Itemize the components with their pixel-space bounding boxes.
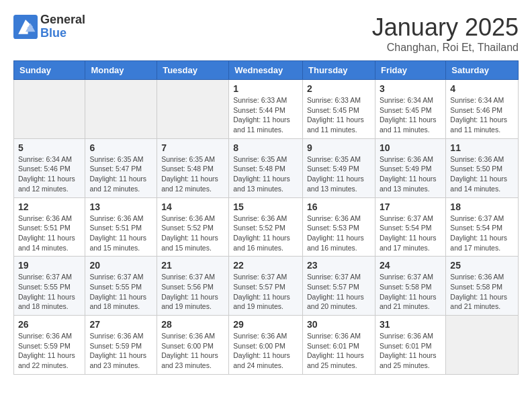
calendar-cell: 6Sunrise: 6:35 AM Sunset: 5:47 PM Daylig… bbox=[85, 138, 157, 197]
calendar-cell: 17Sunrise: 6:37 AM Sunset: 5:54 PM Dayli… bbox=[375, 197, 445, 257]
logo-blue: Blue bbox=[40, 27, 85, 40]
day-number: 4 bbox=[450, 83, 514, 94]
calendar-cell: 18Sunrise: 6:37 AM Sunset: 5:54 PM Dayli… bbox=[446, 197, 519, 257]
title-block: January 2025 Changhan, Roi Et, Thailand bbox=[372, 13, 519, 54]
day-number: 2 bbox=[307, 83, 371, 94]
day-number: 12 bbox=[18, 201, 81, 212]
calendar-cell bbox=[14, 80, 85, 139]
day-info: Sunrise: 6:37 AM Sunset: 5:56 PM Dayligh… bbox=[161, 272, 224, 312]
calendar-cell: 7Sunrise: 6:35 AM Sunset: 5:48 PM Daylig… bbox=[157, 138, 229, 197]
calendar-cell: 29Sunrise: 6:36 AM Sunset: 6:00 PM Dayli… bbox=[229, 316, 303, 375]
day-number: 23 bbox=[307, 260, 371, 271]
day-number: 17 bbox=[380, 201, 441, 212]
calendar-cell: 21Sunrise: 6:37 AM Sunset: 5:56 PM Dayli… bbox=[157, 257, 229, 316]
calendar-header-row: SundayMondayTuesdayWednesdayThursdayFrid… bbox=[14, 61, 519, 80]
day-number: 14 bbox=[161, 201, 224, 212]
day-info: Sunrise: 6:35 AM Sunset: 5:48 PM Dayligh… bbox=[161, 154, 224, 194]
calendar-day-header: Thursday bbox=[303, 61, 375, 80]
day-number: 11 bbox=[450, 142, 514, 153]
calendar-cell: 20Sunrise: 6:37 AM Sunset: 5:55 PM Dayli… bbox=[85, 257, 157, 316]
calendar-table: SundayMondayTuesdayWednesdayThursdayFrid… bbox=[13, 60, 519, 375]
day-number: 1 bbox=[233, 83, 298, 94]
day-number: 8 bbox=[233, 142, 298, 153]
calendar-cell bbox=[85, 80, 157, 139]
calendar-week-row: 19Sunrise: 6:37 AM Sunset: 5:55 PM Dayli… bbox=[14, 257, 519, 316]
calendar-week-row: 5Sunrise: 6:34 AM Sunset: 5:46 PM Daylig… bbox=[14, 138, 519, 197]
day-number: 24 bbox=[380, 260, 441, 271]
day-number: 7 bbox=[161, 142, 224, 153]
calendar-cell: 4Sunrise: 6:34 AM Sunset: 5:46 PM Daylig… bbox=[446, 80, 519, 139]
day-info: Sunrise: 6:36 AM Sunset: 5:51 PM Dayligh… bbox=[89, 214, 152, 253]
day-info: Sunrise: 6:35 AM Sunset: 5:48 PM Dayligh… bbox=[233, 154, 298, 194]
day-info: Sunrise: 6:34 AM Sunset: 5:46 PM Dayligh… bbox=[18, 154, 81, 194]
day-info: Sunrise: 6:37 AM Sunset: 5:54 PM Dayligh… bbox=[380, 214, 441, 253]
day-info: Sunrise: 6:36 AM Sunset: 6:01 PM Dayligh… bbox=[380, 331, 441, 371]
day-number: 20 bbox=[89, 260, 152, 271]
day-number: 3 bbox=[380, 83, 441, 94]
calendar-day-header: Monday bbox=[85, 61, 157, 80]
calendar-cell bbox=[157, 80, 229, 139]
day-number: 10 bbox=[380, 142, 441, 153]
calendar-cell: 3Sunrise: 6:34 AM Sunset: 5:45 PM Daylig… bbox=[375, 80, 445, 139]
logo-icon bbox=[13, 15, 38, 39]
calendar-day-header: Sunday bbox=[14, 61, 85, 80]
day-number: 16 bbox=[307, 201, 371, 212]
logo-text: General Blue bbox=[40, 13, 85, 40]
day-number: 28 bbox=[161, 319, 224, 330]
calendar-cell: 26Sunrise: 6:36 AM Sunset: 5:59 PM Dayli… bbox=[14, 316, 85, 375]
day-info: Sunrise: 6:36 AM Sunset: 5:50 PM Dayligh… bbox=[450, 154, 514, 194]
day-number: 29 bbox=[233, 319, 298, 330]
day-number: 15 bbox=[233, 201, 298, 212]
day-info: Sunrise: 6:37 AM Sunset: 5:54 PM Dayligh… bbox=[450, 214, 514, 253]
day-number: 26 bbox=[18, 319, 81, 330]
day-number: 13 bbox=[89, 201, 152, 212]
day-number: 6 bbox=[89, 142, 152, 153]
day-info: Sunrise: 6:37 AM Sunset: 5:57 PM Dayligh… bbox=[233, 272, 298, 312]
calendar-cell: 24Sunrise: 6:37 AM Sunset: 5:58 PM Dayli… bbox=[375, 257, 445, 316]
day-info: Sunrise: 6:37 AM Sunset: 5:55 PM Dayligh… bbox=[18, 272, 81, 312]
day-info: Sunrise: 6:37 AM Sunset: 5:57 PM Dayligh… bbox=[307, 272, 371, 312]
day-info: Sunrise: 6:36 AM Sunset: 5:52 PM Dayligh… bbox=[161, 214, 224, 253]
calendar-cell: 30Sunrise: 6:36 AM Sunset: 6:01 PM Dayli… bbox=[303, 316, 375, 375]
day-info: Sunrise: 6:36 AM Sunset: 5:49 PM Dayligh… bbox=[380, 154, 441, 194]
calendar-cell bbox=[446, 316, 519, 375]
calendar-day-header: Saturday bbox=[446, 61, 519, 80]
calendar-cell: 2Sunrise: 6:33 AM Sunset: 5:45 PM Daylig… bbox=[303, 80, 375, 139]
day-info: Sunrise: 6:35 AM Sunset: 5:47 PM Dayligh… bbox=[89, 154, 152, 194]
day-info: Sunrise: 6:36 AM Sunset: 5:58 PM Dayligh… bbox=[450, 272, 514, 312]
page-header: General Blue January 2025 Changhan, Roi … bbox=[13, 13, 519, 54]
day-number: 18 bbox=[450, 201, 514, 212]
day-info: Sunrise: 6:37 AM Sunset: 5:55 PM Dayligh… bbox=[89, 272, 152, 312]
calendar-cell: 12Sunrise: 6:36 AM Sunset: 5:51 PM Dayli… bbox=[14, 197, 85, 257]
day-info: Sunrise: 6:36 AM Sunset: 5:59 PM Dayligh… bbox=[18, 331, 81, 371]
day-number: 9 bbox=[307, 142, 371, 153]
calendar-cell: 31Sunrise: 6:36 AM Sunset: 6:01 PM Dayli… bbox=[375, 316, 445, 375]
calendar-cell: 27Sunrise: 6:36 AM Sunset: 5:59 PM Dayli… bbox=[85, 316, 157, 375]
logo-general: General bbox=[40, 13, 85, 27]
month-title: January 2025 bbox=[372, 13, 519, 42]
day-number: 30 bbox=[307, 319, 371, 330]
day-info: Sunrise: 6:34 AM Sunset: 5:45 PM Dayligh… bbox=[380, 95, 441, 135]
day-info: Sunrise: 6:34 AM Sunset: 5:46 PM Dayligh… bbox=[450, 95, 514, 135]
calendar-cell: 22Sunrise: 6:37 AM Sunset: 5:57 PM Dayli… bbox=[229, 257, 303, 316]
day-info: Sunrise: 6:33 AM Sunset: 5:45 PM Dayligh… bbox=[307, 95, 371, 135]
day-info: Sunrise: 6:36 AM Sunset: 5:51 PM Dayligh… bbox=[18, 214, 81, 253]
day-number: 25 bbox=[450, 260, 514, 271]
calendar-cell: 16Sunrise: 6:36 AM Sunset: 5:53 PM Dayli… bbox=[303, 197, 375, 257]
calendar-cell: 13Sunrise: 6:36 AM Sunset: 5:51 PM Dayli… bbox=[85, 197, 157, 257]
day-number: 27 bbox=[89, 319, 152, 330]
calendar-week-row: 26Sunrise: 6:36 AM Sunset: 5:59 PM Dayli… bbox=[14, 316, 519, 375]
day-number: 31 bbox=[380, 319, 441, 330]
day-number: 19 bbox=[18, 260, 81, 271]
day-info: Sunrise: 6:36 AM Sunset: 5:53 PM Dayligh… bbox=[307, 214, 371, 253]
calendar-cell: 19Sunrise: 6:37 AM Sunset: 5:55 PM Dayli… bbox=[14, 257, 85, 316]
day-info: Sunrise: 6:36 AM Sunset: 5:59 PM Dayligh… bbox=[89, 331, 152, 371]
calendar-day-header: Friday bbox=[375, 61, 445, 80]
calendar-day-header: Wednesday bbox=[229, 61, 303, 80]
day-number: 22 bbox=[233, 260, 298, 271]
day-info: Sunrise: 6:36 AM Sunset: 5:52 PM Dayligh… bbox=[233, 214, 298, 253]
calendar-cell: 8Sunrise: 6:35 AM Sunset: 5:48 PM Daylig… bbox=[229, 138, 303, 197]
calendar-cell: 10Sunrise: 6:36 AM Sunset: 5:49 PM Dayli… bbox=[375, 138, 445, 197]
calendar-cell: 11Sunrise: 6:36 AM Sunset: 5:50 PM Dayli… bbox=[446, 138, 519, 197]
calendar-cell: 23Sunrise: 6:37 AM Sunset: 5:57 PM Dayli… bbox=[303, 257, 375, 316]
